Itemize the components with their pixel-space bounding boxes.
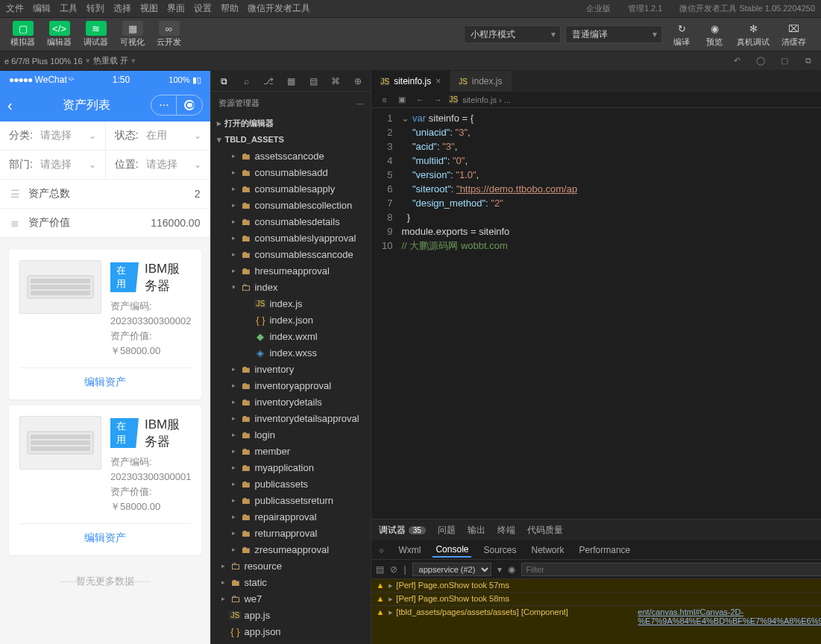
log-line[interactable]: ▲▸[Perf] Page.onShow took 57ms (371, 579, 821, 593)
tree-item[interactable]: ▸🖿login (211, 426, 371, 443)
search-icon[interactable]: ⌕ (238, 76, 254, 86)
bookmark-icon[interactable]: ▣ (395, 95, 409, 104)
compile-button[interactable]: ↻编译 (667, 19, 696, 49)
asset-card[interactable]: 在用IBM服务器资产编码: 202303300300001资产价值: ￥5800… (9, 405, 201, 555)
asset-list[interactable]: 在用IBM服务器资产编码: 202303300300002资产价值: ￥5800… (0, 238, 210, 644)
tree-item[interactable]: ▸🗀resource (211, 558, 371, 574)
tab-performance[interactable]: Performance (576, 543, 634, 557)
menu-view[interactable]: 视图 (140, 2, 158, 15)
tab-quality[interactable]: 代码质量 (527, 524, 563, 537)
edit-asset-button[interactable]: 编辑资产 (19, 367, 191, 389)
tree-item[interactable]: ▸🖿inventory (211, 361, 371, 377)
debugger-button[interactable]: ≋调试器 (79, 19, 113, 49)
inspect-icon[interactable]: ⟐ (376, 545, 386, 555)
log-line[interactable]: ▲▸[tbld_assets/pages/assets/assets] [Com… (371, 606, 821, 644)
context-select[interactable]: appservice (#2) (412, 563, 491, 576)
tree-item[interactable]: ▸🖿returnapproval (211, 525, 371, 541)
hot-reload-toggle[interactable]: 热重载 开 (93, 55, 128, 66)
menu-file[interactable]: 文件 (6, 2, 24, 15)
back-icon[interactable]: ← (413, 95, 427, 104)
remote-debug-button[interactable]: ✻真机调试 (732, 19, 774, 49)
new-file-icon[interactable]: ⊕ (350, 76, 366, 86)
tree-item[interactable]: ▸🖿hresumeapproval (211, 262, 371, 279)
editor-button[interactable]: </>编辑器 (43, 19, 76, 49)
tab-siteinfo[interactable]: JSsiteinfo.js× (371, 71, 450, 92)
menu-ui[interactable]: 界面 (167, 2, 185, 15)
tab-console[interactable]: Console (432, 543, 471, 558)
more-icon[interactable]: ··· (356, 99, 363, 108)
project-section[interactable]: ▾TBLD_ASSETS (211, 132, 371, 148)
menu-help[interactable]: 帮助 (221, 2, 239, 15)
layout-icon[interactable]: ▦ (283, 76, 299, 86)
filter-status[interactable]: 状态:在用⌄ (106, 121, 211, 150)
console-output[interactable]: ▲▸[Perf] Page.onShow took 57ms▲▸[Perf] P… (371, 579, 821, 644)
tree-item[interactable]: ◈index.wxss (211, 344, 371, 361)
back-icon[interactable]: ‹ (7, 97, 22, 114)
tree-item[interactable]: ▸🖿repairapproval (211, 508, 371, 525)
tree-item[interactable]: { }index.json (211, 312, 371, 328)
filter-category[interactable]: 分类:请选择⌄ (0, 121, 106, 150)
eye-icon[interactable]: ◉ (508, 564, 515, 575)
toggle-drawer-icon[interactable]: ▤ (376, 564, 384, 575)
tree-item[interactable]: ▸🖿publicassetsreturn (211, 492, 371, 508)
undo-icon[interactable]: ↶ (729, 56, 745, 66)
tree-item[interactable]: ▾🗀index (211, 279, 371, 295)
menu-tools[interactable]: 工具 (60, 2, 78, 15)
open-editors-section[interactable]: ▸打开的编辑器 (211, 115, 371, 132)
bug-icon[interactable]: ⌘ (327, 76, 344, 86)
capsule[interactable]: ··· (151, 95, 203, 116)
tree-item[interactable]: ▸🖿myapplication (211, 459, 371, 476)
forward-icon[interactable]: → (431, 95, 444, 104)
close-icon[interactable] (177, 95, 202, 115)
tab-wxml[interactable]: Wxml (395, 543, 424, 557)
menu-settings[interactable]: 设置 (194, 2, 212, 15)
compile-mode-select[interactable]: 普通编译 (565, 25, 662, 43)
tree-item[interactable]: ▸🖿consumableslyapproval (211, 230, 371, 246)
tab-debugger[interactable]: 调试器 35 (379, 524, 425, 537)
tab-index[interactable]: JSindex.js (450, 71, 511, 92)
tree-item[interactable]: ▸🖿consumablesadd (211, 164, 371, 180)
filter-location[interactable]: 位置:请选择⌄ (106, 151, 211, 179)
filter-department[interactable]: 部门:请选择⌄ (0, 151, 106, 179)
tree-item[interactable]: JSapp.js (211, 607, 371, 623)
tree-item[interactable]: ▸🖿zresumeapproval (211, 541, 371, 558)
tab-problems[interactable]: 问题 (438, 524, 456, 537)
tree-item[interactable]: ▸🖿consumablesdetails (211, 213, 371, 230)
menu-goto[interactable]: 转到 (86, 2, 104, 15)
asset-card[interactable]: 在用IBM服务器资产编码: 202303300300002资产价值: ￥5800… (9, 250, 201, 400)
cloud-button[interactable]: ∞云开发 (152, 19, 186, 49)
tree-item[interactable]: ▸🖿inventoryapproval (211, 377, 371, 394)
file-tree[interactable]: ▸🖿assetsscancode▸🖿consumablesadd▸🖿consum… (211, 148, 371, 644)
menu-edit[interactable]: 编辑 (33, 2, 51, 15)
simulator-button[interactable]: ▢模拟器 (6, 19, 40, 49)
branch-icon[interactable]: ⎇ (260, 76, 277, 86)
files-icon[interactable]: ⧉ (216, 76, 232, 86)
tree-item[interactable]: ▸🖿inventorydetails (211, 394, 371, 410)
tree-item[interactable]: ▸🖿consumablesscancode (211, 246, 371, 262)
tree-item[interactable]: ▸🖿consumablesapply (211, 180, 371, 197)
tree-item[interactable]: ◆index.wxml (211, 328, 371, 344)
code-editor[interactable]: 12345678910 ⌄ var siteinfo = { "uniacid"… (371, 108, 821, 519)
clear-icon[interactable]: ⊘ (390, 564, 397, 575)
visual-button[interactable]: ▦可视化 (116, 19, 149, 49)
list-icon[interactable]: ≡ (377, 95, 391, 104)
tab-output[interactable]: 输出 (468, 524, 485, 537)
popout-icon[interactable]: ⧉ (800, 56, 817, 66)
clear-cache-button[interactable]: ⌧清缓存 (777, 19, 811, 49)
tree-item[interactable]: { }app.json (211, 623, 371, 640)
tree-item[interactable]: JSindex.js (211, 295, 371, 312)
tree-item[interactable]: ▸🖿member (211, 443, 371, 459)
tree-item[interactable]: ▸🖿inventorydetailsapproval (211, 410, 371, 426)
menu-select[interactable]: 选择 (113, 2, 131, 15)
app-mode-select[interactable]: 小程序模式 (464, 25, 561, 43)
device-icon[interactable]: ▢ (776, 56, 793, 66)
preview-button[interactable]: ◉预览 (699, 19, 729, 49)
record-icon[interactable]: ◯ (752, 56, 769, 66)
tree-item[interactable]: ▸🖿static (211, 574, 371, 590)
tab-network[interactable]: Network (529, 543, 567, 557)
tree-item[interactable]: ◈app.wxss (211, 640, 371, 644)
tree-item[interactable]: ▸🖿publicassets (211, 476, 371, 492)
more-icon[interactable]: ··· (151, 95, 177, 115)
close-icon[interactable]: × (435, 76, 441, 86)
tree-item[interactable]: ▸🗀we7 (211, 590, 371, 607)
